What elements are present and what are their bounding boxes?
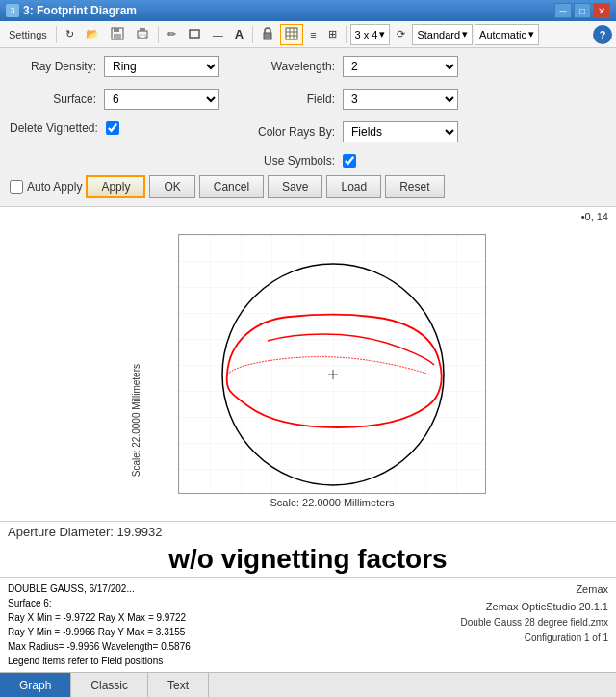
color-rays-row: Color Rays By: Fields [248,121,458,142]
use-symbols-checkbox[interactable] [343,154,356,168]
info-bar: Aperture Diameter: 19.9932 [0,521,616,542]
text-tab[interactable]: Text [148,673,209,697]
standard-chevron-icon: ▾ [462,28,468,40]
rect-button[interactable] [183,24,206,45]
cycle-button[interactable]: ⟳ [392,24,410,45]
grid-button[interactable] [280,24,303,45]
zemax-version: Zemax OpticStudio 20.1.1 [431,599,608,616]
surface-select[interactable]: 6 [104,89,219,110]
svg-rect-5 [140,35,145,38]
data-line4: Ray Y Min = -9.9966 Ray Y Max = 3.3155 [8,625,416,639]
settings-button[interactable]: Settings [4,24,52,45]
buttons-row: Auto Apply Apply OK Cancel Save Load Res… [10,175,606,198]
data-line1: DOUBLE GAUSS, 6/17/202... [8,581,416,596]
save-icon [111,27,124,42]
help-button[interactable]: ? [593,25,612,44]
lock-icon [262,27,273,42]
auto-apply-label: Auto Apply [10,180,82,194]
settings-panel: Ray Density: Ring Surface: 6 Delete Vign… [0,48,616,207]
load-button[interactable]: Load [326,175,381,198]
window-content: Ray Density: Ring Surface: 6 Delete Vign… [0,48,616,697]
delete-vignetted-row: Delete Vignetted: [10,121,219,135]
surface-row: Surface: 6 [10,89,219,110]
cancel-button[interactable]: Cancel [199,175,264,198]
text-icon: A [235,27,244,41]
ratio-label: 3 x 4 [355,29,378,40]
color-rays-label: Color Rays By: [248,125,335,139]
field-row: Field: 3 [248,89,458,110]
ray-density-row: Ray Density: Ring [10,56,219,77]
aperture-label: Aperture Diameter: [8,525,114,539]
open-button[interactable]: 📂 [81,24,104,45]
refresh-button[interactable]: ↻ [61,24,79,45]
toolbar: Settings ↻ 📂 ✏ — A [0,21,616,48]
svg-rect-4 [140,28,145,31]
data-left: DOUBLE GAUSS, 6/17/202... Surface 6: Ray… [0,578,424,672]
cycle-icon: ⟳ [397,28,405,40]
data-line2: Surface 6: [8,596,416,610]
extra2-button[interactable]: ⊞ [323,24,342,45]
wavelength-select[interactable]: 2 [343,56,458,77]
rect-icon [188,27,201,42]
y-axis-label-text: Scale: 22.0000 Millimeters [130,364,145,477]
color-rays-select[interactable]: Fields [343,121,458,142]
toolbar-separator-2 [158,26,159,43]
ratio-dropdown[interactable]: 3 x 4 ▾ [350,24,391,45]
ok-button[interactable]: OK [149,175,194,198]
ratio-chevron-icon: ▾ [379,28,385,40]
aperture-value: 19.9932 [116,525,162,539]
text-toolbar-button[interactable]: A [230,24,248,45]
auto-apply-checkbox[interactable] [10,180,23,194]
svg-rect-8 [286,28,297,39]
delete-vignetted-label: Delete Vignetted: [10,121,98,135]
standard-dropdown[interactable]: Standard ▾ [412,24,473,45]
lock-button[interactable] [257,24,278,45]
reset-button[interactable]: Reset [385,175,444,198]
ray-density-select[interactable]: Ring [104,56,219,77]
watermark: w/o vignetting factors [0,542,616,577]
standard-label: Standard [417,29,460,40]
plot-svg [178,234,486,494]
wavelength-row: Wavelength: 2 [248,56,458,77]
automatic-dropdown[interactable]: Automatic ▾ [475,24,539,45]
coord-display: •0, 14 [581,211,608,222]
field-select[interactable]: 3 [343,89,458,110]
grid-icon [285,27,298,42]
use-symbols-row: Use Symbols: [248,154,458,168]
toolbar-separator-3 [252,26,253,43]
print-button[interactable] [131,24,154,45]
extra2-icon: ⊞ [328,28,337,40]
automatic-label: Automatic [479,29,526,40]
watermark-text: w/o vignetting factors [168,544,447,574]
delete-vignetted-checkbox[interactable] [106,121,119,135]
config-info: Configuration 1 of 1 [431,631,608,646]
apply-button[interactable]: Apply [86,175,145,198]
close-button[interactable]: ✕ [593,3,610,18]
data-line3: Ray X Min = -9.9722 Ray X Max = 9.9722 [8,610,416,625]
ray-density-label: Ray Density: [10,60,96,73]
window-title: 3: Footprint Diagram [23,4,137,17]
data-right: Zemax Zemax OpticStudio 20.1.1 Double Ga… [424,578,616,672]
data-line6: Legend items refer to Field positions [8,654,416,668]
svg-rect-7 [264,33,271,39]
pencil-button[interactable]: ✏ [163,24,181,45]
plot-container: Scale: 22.0000 Millimeters [0,207,616,521]
save-toolbar-button[interactable] [106,24,129,45]
data-section: DOUBLE GAUSS, 6/17/202... Surface 6: Ray… [0,577,616,672]
line-button[interactable]: — [208,24,228,45]
title-controls: ─ □ ✕ [554,3,610,18]
extra-button[interactable]: ≡ [305,24,321,45]
maximize-button[interactable]: □ [574,3,591,18]
x-axis-label: Scale: 22.0000 Millimeters [178,497,486,508]
graph-tab[interactable]: Graph [0,673,71,697]
data-line5: Max Radius= -9.9966 Wavelength= 0.5876 [8,639,416,654]
wavelength-label: Wavelength: [248,60,335,73]
svg-rect-1 [114,28,119,32]
classic-tab[interactable]: Classic [71,673,148,697]
minimize-button[interactable]: ─ [554,3,572,18]
save-button[interactable]: Save [268,175,322,198]
refresh-icon: ↻ [65,28,74,40]
zemax-logo: Zemax [431,581,608,599]
settings-right-col: Wavelength: 2 Field: 3 Color Rays By: Fi… [248,56,458,173]
print-icon [136,27,149,42]
